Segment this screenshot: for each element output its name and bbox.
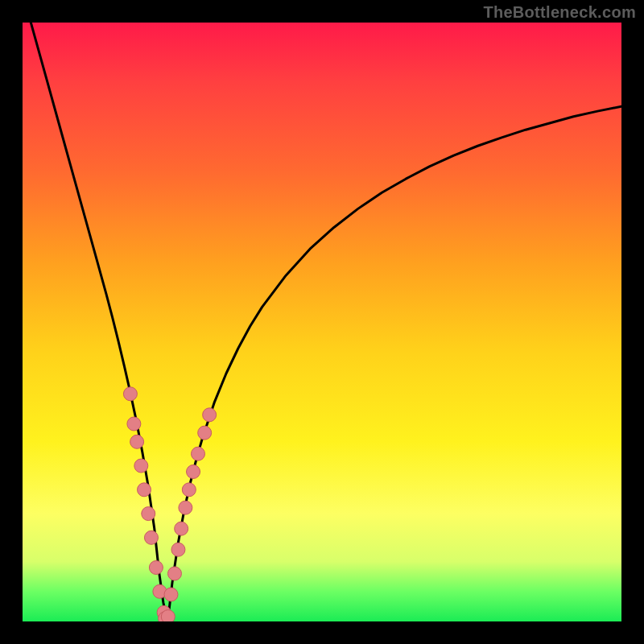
svg-point-10 xyxy=(164,588,178,601)
plot-area xyxy=(23,23,621,621)
chart-svg xyxy=(23,23,621,621)
svg-point-4 xyxy=(138,483,151,497)
svg-point-21 xyxy=(161,610,175,621)
svg-point-3 xyxy=(134,459,148,473)
svg-point-11 xyxy=(167,567,181,580)
svg-point-15 xyxy=(182,483,196,497)
svg-point-1 xyxy=(127,417,141,431)
svg-point-6 xyxy=(144,530,158,544)
svg-point-0 xyxy=(123,387,137,401)
svg-point-18 xyxy=(198,426,212,440)
svg-point-2 xyxy=(130,435,144,448)
scatter-markers xyxy=(123,387,216,621)
svg-point-19 xyxy=(203,408,217,422)
svg-point-17 xyxy=(191,447,204,460)
svg-point-12 xyxy=(171,543,185,556)
chart-frame: TheBottleneck.com xyxy=(0,0,644,644)
svg-point-13 xyxy=(175,522,188,535)
watermark-text: TheBottleneck.com xyxy=(483,3,636,22)
svg-point-14 xyxy=(179,501,192,514)
bottleneck-curve xyxy=(23,23,621,618)
svg-point-7 xyxy=(149,561,163,575)
svg-point-16 xyxy=(187,465,200,479)
svg-point-5 xyxy=(142,507,155,521)
